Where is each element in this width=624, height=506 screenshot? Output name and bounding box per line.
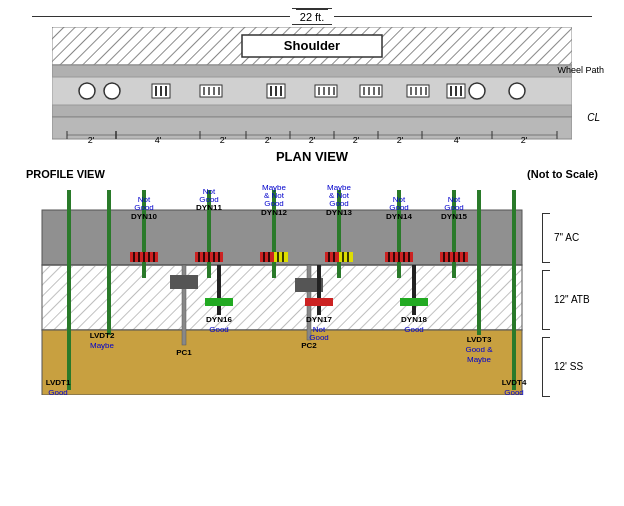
svg-text:2': 2' — [88, 135, 95, 145]
svg-text:Maybe: Maybe — [90, 341, 115, 350]
svg-text:2': 2' — [521, 135, 528, 145]
svg-text:DYN13: DYN13 — [326, 208, 352, 217]
profile-view-label: PROFILE VIEW — [26, 168, 105, 180]
svg-point-6 — [79, 83, 95, 99]
main-container: 22 ft. Shoulder — [0, 0, 624, 506]
svg-text:Good: Good — [389, 203, 409, 212]
svg-point-7 — [104, 83, 120, 99]
wheel-path-label: Wheel Path — [557, 65, 604, 76]
svg-text:Good: Good — [404, 325, 424, 334]
cl-label: CL — [587, 112, 600, 123]
svg-rect-5 — [52, 77, 572, 105]
svg-text:4': 4' — [155, 135, 162, 145]
dimension-22ft: 22 ft. — [296, 10, 328, 24]
plan-view-container: 22 ft. Shoulder — [22, 8, 602, 164]
svg-text:DYN12: DYN12 — [261, 208, 287, 217]
svg-text:2': 2' — [265, 135, 272, 145]
svg-text:DYN14: DYN14 — [386, 212, 412, 221]
svg-text:LVDT4: LVDT4 — [502, 378, 527, 387]
svg-text:LVDT1: LVDT1 — [46, 378, 71, 387]
svg-text:Good: Good — [264, 199, 284, 208]
svg-text:2': 2' — [397, 135, 404, 145]
svg-rect-98 — [217, 265, 221, 315]
svg-text:4': 4' — [454, 135, 461, 145]
svg-rect-106 — [274, 252, 288, 262]
svg-rect-67 — [42, 265, 522, 330]
svg-rect-86 — [170, 275, 198, 289]
svg-point-37 — [509, 83, 525, 99]
svg-text:2': 2' — [353, 135, 360, 145]
svg-rect-72 — [107, 190, 111, 335]
svg-text:DYN17: DYN17 — [306, 315, 332, 324]
svg-text:Good &: Good & — [465, 345, 493, 354]
svg-rect-142 — [412, 265, 416, 315]
svg-rect-116 — [317, 265, 321, 315]
svg-text:DYN11: DYN11 — [196, 203, 222, 212]
svg-text:Good: Good — [504, 388, 524, 395]
profile-view-container: PROFILE VIEW (Not to Scale) — [22, 168, 602, 399]
svg-rect-122 — [325, 252, 339, 262]
svg-rect-69 — [67, 190, 71, 390]
svg-text:Good: Good — [134, 203, 154, 212]
svg-text:DYN15: DYN15 — [441, 212, 467, 221]
atb-dim-label: 12" ATB — [542, 267, 602, 332]
not-to-scale: (Not to Scale) — [527, 168, 598, 180]
svg-text:DYN10: DYN10 — [131, 212, 157, 221]
svg-text:Good: Good — [309, 333, 329, 342]
svg-text:LVDT3: LVDT3 — [467, 335, 492, 344]
svg-text:2': 2' — [309, 135, 316, 145]
road-cross-section: Shoulder — [22, 27, 602, 147]
plan-view-label: PLAN VIEW — [22, 149, 602, 164]
ss-label: 12' SS — [554, 361, 583, 372]
svg-text:Good: Good — [48, 388, 68, 395]
svg-rect-103 — [260, 252, 274, 262]
atb-label: 12" ATB — [554, 294, 590, 305]
svg-point-36 — [469, 83, 485, 99]
svg-text:DYN18: DYN18 — [401, 315, 427, 324]
svg-text:PC2: PC2 — [301, 341, 317, 350]
svg-text:Good: Good — [329, 199, 349, 208]
svg-rect-117 — [305, 298, 333, 306]
svg-text:PC1: PC1 — [176, 348, 192, 357]
ac-label: 7" AC — [554, 232, 579, 243]
svg-rect-156 — [477, 190, 481, 335]
svg-text:DYN16: DYN16 — [206, 315, 232, 324]
svg-rect-99 — [205, 298, 233, 306]
svg-rect-160 — [512, 190, 516, 390]
ss-dim-label: 12' SS — [542, 334, 602, 399]
svg-text:Shoulder: Shoulder — [284, 38, 340, 53]
svg-text:Good: Good — [209, 325, 229, 334]
svg-text:Maybe: Maybe — [467, 355, 492, 364]
svg-rect-143 — [400, 298, 428, 306]
svg-rect-125 — [339, 252, 353, 262]
svg-text:Good: Good — [444, 203, 464, 212]
right-dimension-labels: 7" AC 12" ATB 12' SS — [542, 180, 602, 399]
ac-dim-label: 7" AC — [542, 210, 602, 265]
svg-text:LVDT2: LVDT2 — [90, 331, 115, 340]
svg-text:2': 2' — [220, 135, 227, 145]
